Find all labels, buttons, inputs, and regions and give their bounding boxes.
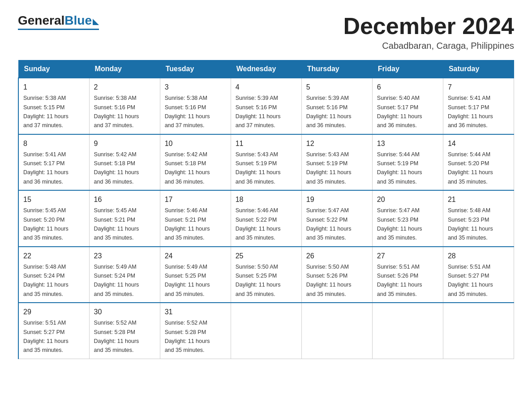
day-info: Sunrise: 5:50 AMSunset: 5:25 PMDaylight:… [236,264,281,297]
day-info: Sunrise: 5:48 AMSunset: 5:24 PMDaylight:… [23,264,69,297]
day-number: 22 [23,251,85,261]
day-number: 21 [448,194,509,205]
calendar-week-row: 22 Sunrise: 5:48 AMSunset: 5:24 PMDaylig… [18,247,514,303]
day-info: Sunrise: 5:38 AMSunset: 5:16 PMDaylight:… [94,95,139,128]
day-number: 30 [94,307,155,317]
day-info: Sunrise: 5:48 AMSunset: 5:23 PMDaylight:… [448,207,493,241]
col-header-saturday: Saturday [443,60,514,78]
day-info: Sunrise: 5:38 AMSunset: 5:16 PMDaylight:… [165,95,210,128]
calendar-cell: 18 Sunrise: 5:46 AMSunset: 5:22 PMDaylig… [231,190,301,247]
day-info: Sunrise: 5:44 AMSunset: 5:20 PMDaylight:… [448,151,493,185]
day-number: 6 [377,82,438,93]
calendar-cell: 4 Sunrise: 5:39 AMSunset: 5:16 PMDayligh… [231,78,301,134]
day-info: Sunrise: 5:51 AMSunset: 5:26 PMDaylight:… [377,264,422,297]
day-info: Sunrise: 5:39 AMSunset: 5:16 PMDaylight:… [306,95,352,128]
day-number: 14 [448,138,509,149]
col-header-thursday: Thursday [301,60,372,78]
logo-triangle-icon [93,19,99,25]
calendar-cell: 19 Sunrise: 5:47 AMSunset: 5:22 PMDaylig… [301,190,372,247]
day-info: Sunrise: 5:43 AMSunset: 5:19 PMDaylight:… [306,151,352,185]
day-number: 24 [165,251,226,261]
day-info: Sunrise: 5:50 AMSunset: 5:26 PMDaylight:… [306,264,352,297]
day-number: 15 [23,194,85,205]
col-header-wednesday: Wednesday [231,60,301,78]
calendar-header-row: SundayMondayTuesdayWednesdayThursdayFrid… [18,60,514,78]
day-number: 13 [377,138,438,149]
day-info: Sunrise: 5:46 AMSunset: 5:21 PMDaylight:… [165,207,210,241]
calendar-week-row: 15 Sunrise: 5:45 AMSunset: 5:20 PMDaylig… [18,190,514,247]
calendar-cell: 14 Sunrise: 5:44 AMSunset: 5:20 PMDaylig… [443,134,514,191]
day-number: 25 [236,251,297,261]
day-info: Sunrise: 5:42 AMSunset: 5:18 PMDaylight:… [94,151,139,185]
calendar-cell: 24 Sunrise: 5:49 AMSunset: 5:25 PMDaylig… [160,247,231,303]
calendar-cell: 7 Sunrise: 5:41 AMSunset: 5:17 PMDayligh… [443,78,514,134]
day-number: 7 [448,82,509,93]
day-number: 4 [236,82,297,93]
day-number: 11 [236,138,297,149]
month-year-title: December 2024 [343,13,514,39]
day-info: Sunrise: 5:51 AMSunset: 5:27 PMDaylight:… [23,320,69,353]
day-number: 5 [306,82,368,93]
day-number: 9 [94,138,155,149]
col-header-monday: Monday [89,60,160,78]
day-number: 19 [306,194,368,205]
day-number: 27 [377,251,438,261]
day-number: 26 [306,251,368,261]
logo-blue-text: Blue [64,13,92,28]
calendar-cell: 15 Sunrise: 5:45 AMSunset: 5:20 PMDaylig… [18,190,89,247]
calendar-cell: 11 Sunrise: 5:43 AMSunset: 5:19 PMDaylig… [231,134,301,191]
calendar-cell: 10 Sunrise: 5:42 AMSunset: 5:18 PMDaylig… [160,134,231,191]
location-subtitle: Cabadbaran, Caraga, Philippines [343,41,514,51]
calendar-cell: 12 Sunrise: 5:43 AMSunset: 5:19 PMDaylig… [301,134,372,191]
calendar-cell: 8 Sunrise: 5:41 AMSunset: 5:17 PMDayligh… [18,134,89,191]
day-info: Sunrise: 5:40 AMSunset: 5:17 PMDaylight:… [377,95,422,128]
day-info: Sunrise: 5:41 AMSunset: 5:17 PMDaylight:… [448,95,493,128]
calendar-cell [301,303,372,359]
calendar-cell [231,303,301,359]
calendar-week-row: 8 Sunrise: 5:41 AMSunset: 5:17 PMDayligh… [18,134,514,191]
title-block: December 2024 Cabadbaran, Caraga, Philip… [343,13,514,51]
day-info: Sunrise: 5:44 AMSunset: 5:19 PMDaylight:… [377,151,422,185]
calendar-cell: 2 Sunrise: 5:38 AMSunset: 5:16 PMDayligh… [89,78,160,134]
calendar-cell: 31 Sunrise: 5:52 AMSunset: 5:28 PMDaylig… [160,303,231,359]
day-number: 17 [165,194,226,205]
col-header-sunday: Sunday [18,60,89,78]
day-number: 23 [94,251,155,261]
col-header-tuesday: Tuesday [160,60,231,78]
day-info: Sunrise: 5:41 AMSunset: 5:17 PMDaylight:… [23,151,69,185]
calendar-cell: 3 Sunrise: 5:38 AMSunset: 5:16 PMDayligh… [160,78,231,134]
day-number: 18 [236,194,297,205]
calendar-cell: 20 Sunrise: 5:47 AMSunset: 5:23 PMDaylig… [372,190,443,247]
day-number: 16 [94,194,155,205]
day-number: 1 [23,82,85,93]
calendar-cell [372,303,443,359]
day-number: 29 [23,307,85,317]
logo: General Blue [18,13,99,30]
calendar-cell: 30 Sunrise: 5:52 AMSunset: 5:28 PMDaylig… [89,303,160,359]
calendar-cell: 25 Sunrise: 5:50 AMSunset: 5:25 PMDaylig… [231,247,301,303]
calendar-cell: 21 Sunrise: 5:48 AMSunset: 5:23 PMDaylig… [443,190,514,247]
day-info: Sunrise: 5:45 AMSunset: 5:20 PMDaylight:… [23,207,69,241]
calendar-cell: 28 Sunrise: 5:51 AMSunset: 5:27 PMDaylig… [443,247,514,303]
calendar-cell: 16 Sunrise: 5:45 AMSunset: 5:21 PMDaylig… [89,190,160,247]
logo-general-text: General [18,13,64,28]
day-info: Sunrise: 5:39 AMSunset: 5:16 PMDaylight:… [236,95,281,128]
calendar-cell: 29 Sunrise: 5:51 AMSunset: 5:27 PMDaylig… [18,303,89,359]
calendar-cell: 5 Sunrise: 5:39 AMSunset: 5:16 PMDayligh… [301,78,372,134]
day-number: 2 [94,82,155,93]
day-info: Sunrise: 5:47 AMSunset: 5:22 PMDaylight:… [306,207,352,241]
calendar-week-row: 29 Sunrise: 5:51 AMSunset: 5:27 PMDaylig… [18,303,514,359]
day-info: Sunrise: 5:46 AMSunset: 5:22 PMDaylight:… [236,207,281,241]
day-info: Sunrise: 5:42 AMSunset: 5:18 PMDaylight:… [165,151,210,185]
day-info: Sunrise: 5:43 AMSunset: 5:19 PMDaylight:… [236,151,281,185]
page-header: General Blue December 2024 Cabadbaran, C… [18,13,514,51]
day-info: Sunrise: 5:49 AMSunset: 5:25 PMDaylight:… [165,264,210,297]
logo-divider [18,29,99,30]
day-info: Sunrise: 5:45 AMSunset: 5:21 PMDaylight:… [94,207,139,241]
calendar-week-row: 1 Sunrise: 5:38 AMSunset: 5:15 PMDayligh… [18,78,514,134]
day-info: Sunrise: 5:47 AMSunset: 5:23 PMDaylight:… [377,207,422,241]
calendar-table: SundayMondayTuesdayWednesdayThursdayFrid… [18,60,514,359]
day-number: 8 [23,138,85,149]
day-number: 3 [165,82,226,93]
calendar-cell: 1 Sunrise: 5:38 AMSunset: 5:15 PMDayligh… [18,78,89,134]
